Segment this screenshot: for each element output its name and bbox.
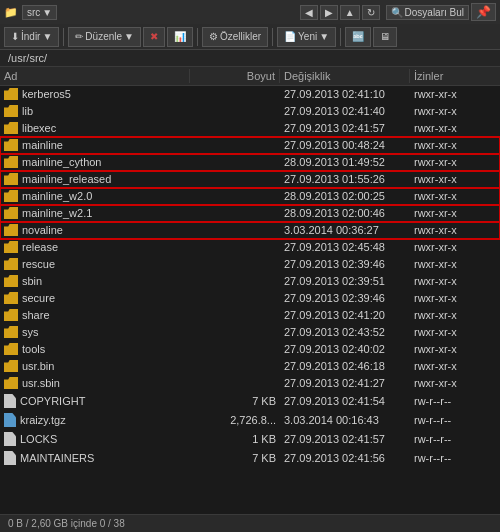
file-perms: rwxr-xr-x <box>410 87 500 101</box>
new-btn[interactable]: 📄 Yeni ▼ <box>277 27 336 47</box>
file-size <box>190 104 280 118</box>
edit-btn[interactable]: ✏ Düzenle ▼ <box>68 27 141 47</box>
status-text: 0 B / 2,60 GB içinde 0 / 38 <box>8 518 125 529</box>
table-row[interactable]: MAINTAINERS 7 KB 27.09.2013 02:41:56 rw-… <box>0 449 500 468</box>
file-list-container: Ad Boyut Değişiklik İzinler kerberos5 27… <box>0 67 500 514</box>
table-row[interactable]: mainline_cython 28.09.2013 01:49:52 rwxr… <box>0 154 500 171</box>
file-perms: rwxr-xr-x <box>410 138 500 152</box>
chart-btn[interactable]: 📊 <box>167 27 193 47</box>
file-perms: rwxr-xr-x <box>410 223 500 237</box>
col-name[interactable]: Ad <box>0 69 190 83</box>
folder-icon <box>4 207 18 219</box>
download-arrow-icon: ▼ <box>42 31 52 42</box>
breadcrumb: /usr/src/ <box>0 50 500 67</box>
file-size <box>190 308 280 322</box>
table-row[interactable]: usr.sbin 27.09.2013 02:41:27 rwxr-xr-x <box>0 375 500 392</box>
folder-icon <box>4 258 18 270</box>
file-size <box>190 376 280 390</box>
file-modified: 27.09.2013 02:41:54 <box>280 393 410 409</box>
file-name: MAINTAINERS <box>0 450 190 466</box>
nav-up-btn[interactable]: ▲ <box>340 5 360 20</box>
file-perms: rwxr-xr-x <box>410 325 500 339</box>
file-name: secure <box>0 291 190 305</box>
table-row[interactable]: sys 27.09.2013 02:43:52 rwxr-xr-x <box>0 324 500 341</box>
file-size <box>190 206 280 220</box>
table-row[interactable]: mainline_released 27.09.2013 01:55:26 rw… <box>0 171 500 188</box>
table-row[interactable]: share 27.09.2013 02:41:20 rwxr-xr-x <box>0 307 500 324</box>
file-perms: rwxr-xr-x <box>410 155 500 169</box>
nav-refresh-btn[interactable]: ↻ <box>362 5 380 20</box>
folder-icon <box>4 122 18 134</box>
folder-icon <box>4 224 18 236</box>
download-btn[interactable]: ⬇ İndir ▼ <box>4 27 59 47</box>
col-modified[interactable]: Değişiklik <box>280 69 410 83</box>
delete-icon: ✖ <box>150 31 158 42</box>
table-row[interactable]: tools 27.09.2013 02:40:02 rwxr-xr-x <box>0 341 500 358</box>
table-row[interactable]: kerberos5 27.09.2013 02:41:10 rwxr-xr-x <box>0 86 500 103</box>
table-row[interactable]: mainline 27.09.2013 00:48:24 rwxr-xr-x <box>0 137 500 154</box>
col-size[interactable]: Boyut <box>190 69 280 83</box>
file-size <box>190 87 280 101</box>
file-modified: 3.03.2014 00:16:43 <box>280 412 410 428</box>
table-row[interactable]: kraizy.tgz 2,726.8... 3.03.2014 00:16:43… <box>0 411 500 430</box>
table-row[interactable]: rescue 27.09.2013 02:39:46 rwxr-xr-x <box>0 256 500 273</box>
file-size: 1 KB <box>190 431 280 447</box>
table-row[interactable]: COPYRIGHT 7 KB 27.09.2013 02:41:54 rw-r-… <box>0 392 500 411</box>
file-size <box>190 240 280 254</box>
file-perms: rw-r--r-- <box>410 393 500 409</box>
file-perms: rwxr-xr-x <box>410 172 500 186</box>
file-name: sys <box>0 325 190 339</box>
file-icon <box>4 394 16 408</box>
tb-icon-btn-2[interactable]: 🖥 <box>373 27 397 47</box>
file-modified: 27.09.2013 00:48:24 <box>280 138 410 152</box>
file-size <box>190 121 280 135</box>
file-perms: rwxr-xr-x <box>410 308 500 322</box>
file-size: 2,726.8... <box>190 412 280 428</box>
col-perms[interactable]: İzinler <box>410 69 500 83</box>
file-name: usr.bin <box>0 359 190 373</box>
tb-icon-btn-1[interactable]: 🔤 <box>345 27 371 47</box>
find-btn[interactable]: 🔍 Dosyaları Bul <box>386 5 469 20</box>
file-modified: 27.09.2013 02:39:46 <box>280 257 410 271</box>
delete-btn[interactable]: ✖ <box>143 27 165 47</box>
nav-forward-btn[interactable]: ▶ <box>320 5 338 20</box>
file-icon <box>4 432 16 446</box>
file-perms: rw-r--r-- <box>410 412 500 428</box>
edit-icon: ✏ <box>75 31 83 42</box>
nav-back-btn[interactable]: ◀ <box>300 5 318 20</box>
download-icon: ⬇ <box>11 31 19 42</box>
table-row[interactable]: usr.bin 27.09.2013 02:46:18 rwxr-xr-x <box>0 358 500 375</box>
file-size <box>190 325 280 339</box>
file-modified: 27.09.2013 02:41:40 <box>280 104 410 118</box>
file-name: release <box>0 240 190 254</box>
file-size <box>190 223 280 237</box>
table-row[interactable]: sbin 27.09.2013 02:39:51 rwxr-xr-x <box>0 273 500 290</box>
file-icon <box>4 451 16 465</box>
folder-icon <box>4 326 18 338</box>
table-row[interactable]: libexec 27.09.2013 02:41:57 rwxr-xr-x <box>0 120 500 137</box>
file-perms: rwxr-xr-x <box>410 274 500 288</box>
table-row[interactable]: novaline 3.03.2014 00:36:27 rwxr-xr-x <box>0 222 500 239</box>
file-list[interactable]: kerberos5 27.09.2013 02:41:10 rwxr-xr-x … <box>0 86 500 514</box>
file-name: share <box>0 308 190 322</box>
file-size <box>190 155 280 169</box>
table-row[interactable]: release 27.09.2013 02:45:48 rwxr-xr-x <box>0 239 500 256</box>
pin-btn[interactable]: 📌 <box>471 3 496 21</box>
table-row[interactable]: lib 27.09.2013 02:41:40 rwxr-xr-x <box>0 103 500 120</box>
file-modified: 28.09.2013 01:49:52 <box>280 155 410 169</box>
table-row[interactable]: secure 27.09.2013 02:39:46 rwxr-xr-x <box>0 290 500 307</box>
table-row[interactable]: mainline_w2.0 28.09.2013 02:00:25 rwxr-x… <box>0 188 500 205</box>
file-perms: rw-r--r-- <box>410 431 500 447</box>
file-size <box>190 189 280 203</box>
file-modified: 27.09.2013 02:40:02 <box>280 342 410 356</box>
file-modified: 3.03.2014 00:36:27 <box>280 223 410 237</box>
table-row[interactable]: mainline_w2.1 28.09.2013 02:00:46 rwxr-x… <box>0 205 500 222</box>
folder-icon <box>4 105 18 117</box>
table-row[interactable]: LOCKS 1 KB 27.09.2013 02:41:57 rw-r--r-- <box>0 430 500 449</box>
toolbar-sep-3 <box>272 28 273 46</box>
file-name: rescue <box>0 257 190 271</box>
src-dropdown[interactable]: src ▼ <box>22 5 57 20</box>
file-size <box>190 172 280 186</box>
file-name: libexec <box>0 121 190 135</box>
properties-btn[interactable]: ⚙ Özellikler <box>202 27 268 47</box>
